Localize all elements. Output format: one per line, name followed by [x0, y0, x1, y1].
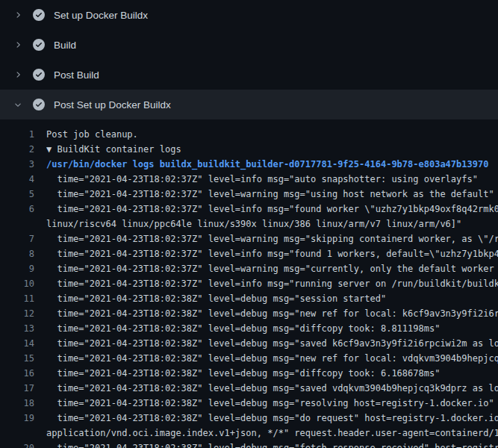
log-line-text: Post job cleanup.	[46, 127, 498, 142]
log-line-text: time="2021-04-23T18:02:38Z" level=debug …	[46, 351, 498, 366]
log-line-number[interactable]: 5	[0, 187, 46, 202]
success-check-icon	[33, 39, 45, 51]
log-line-number[interactable]: 9	[0, 261, 46, 276]
log-line: 8 time="2021-04-23T18:02:37Z" level=info…	[0, 246, 498, 261]
log-line-text: time="2021-04-23T18:02:38Z" level=debug …	[46, 291, 498, 306]
actions-log-viewer: Set up Docker Buildx Build Post Build	[0, 0, 498, 448]
log-line-text: time="2021-04-23T18:02:37Z" level=warnin…	[46, 261, 498, 276]
log-line-text: time="2021-04-23T18:02:38Z" level=debug …	[46, 321, 498, 336]
log-line-number[interactable]: 7	[0, 231, 46, 246]
log-line-number[interactable]: 6	[0, 202, 46, 217]
log-line-text: time="2021-04-23T18:02:37Z" level=info m…	[46, 276, 498, 291]
log-line-text: time="2021-04-23T18:02:37Z" level=info m…	[46, 202, 498, 217]
log-line-text: time="2021-04-23T18:02:37Z" level=info m…	[46, 172, 498, 187]
log-line-text: time="2021-04-23T18:02:38Z" level=debug …	[46, 336, 498, 351]
log-line-text: time="2021-04-23T18:02:38Z" level=debug …	[46, 366, 498, 381]
log-line-number[interactable]: 10	[0, 276, 46, 291]
success-check-icon	[33, 69, 45, 81]
log-line: 6 time="2021-04-23T18:02:37Z" level=info…	[0, 202, 498, 217]
log-line: 14 time="2021-04-23T18:02:38Z" level=deb…	[0, 336, 498, 351]
log-line-text: application/vnd.oci.image.index.v1+json,…	[46, 426, 498, 441]
log-line-number[interactable]: 8	[0, 246, 46, 261]
log-line-number[interactable]: 18	[0, 396, 46, 411]
log-line-text: time="2021-04-23T18:02:38Z" level=debug …	[46, 441, 498, 448]
log-line-text: time="2021-04-23T18:02:38Z" level=debug …	[46, 381, 498, 396]
chevron-right-icon	[12, 9, 24, 21]
log-line-number[interactable]: 13	[0, 321, 46, 336]
log-output: 1 Post job cleanup. 2 ▼ BuildKit contain…	[0, 119, 498, 448]
log-line: application/vnd.oci.image.index.v1+json,…	[0, 426, 498, 441]
log-line-number[interactable]: 11	[0, 291, 46, 306]
log-line-number[interactable]: 14	[0, 336, 46, 351]
log-line: 9 time="2021-04-23T18:02:37Z" level=warn…	[0, 261, 498, 276]
log-line-number-empty	[0, 217, 46, 231]
log-line: 20 time="2021-04-23T18:02:38Z" level=deb…	[0, 441, 498, 448]
step-section-header-build[interactable]: Build	[0, 30, 498, 60]
log-line-text: linux/riscv64 linux/ppc64le linux/s390x …	[46, 217, 498, 231]
step-section-header-setup-docker-buildx[interactable]: Set up Docker Buildx	[0, 0, 498, 30]
log-line: 5 time="2021-04-23T18:02:37Z" level=warn…	[0, 187, 498, 202]
log-line: linux/riscv64 linux/ppc64le linux/s390x …	[0, 217, 498, 231]
log-line-number[interactable]: 15	[0, 351, 46, 366]
log-line-text: /usr/bin/docker logs buildx_buildkit_bui…	[46, 157, 498, 172]
step-section-title: Post Build	[54, 69, 99, 81]
log-line: 1 Post job cleanup.	[0, 127, 498, 142]
log-line-text: time="2021-04-23T18:02:38Z" level=debug …	[46, 411, 498, 426]
log-line-number[interactable]: 20	[0, 441, 46, 448]
step-section-title: Set up Docker Buildx	[54, 10, 148, 21]
log-line: 12 time="2021-04-23T18:02:38Z" level=deb…	[0, 306, 498, 321]
log-line-text: time="2021-04-23T18:02:37Z" level=warnin…	[46, 231, 498, 246]
log-line: 11 time="2021-04-23T18:02:38Z" level=deb…	[0, 291, 498, 306]
log-line-number-empty	[0, 426, 46, 441]
success-check-icon	[33, 99, 45, 111]
log-line-number[interactable]: 17	[0, 381, 46, 396]
log-line: 18 time="2021-04-23T18:02:38Z" level=deb…	[0, 396, 498, 411]
log-line: 13 time="2021-04-23T18:02:38Z" level=deb…	[0, 321, 498, 336]
log-line-number[interactable]: 3	[0, 157, 46, 172]
step-sections: Set up Docker Buildx Build Post Build	[0, 0, 498, 119]
log-line-number[interactable]: 16	[0, 366, 46, 381]
log-line: 16 time="2021-04-23T18:02:38Z" level=deb…	[0, 366, 498, 381]
success-check-icon	[33, 9, 45, 21]
chevron-right-icon	[12, 39, 24, 51]
chevron-right-icon	[12, 69, 24, 81]
log-line: 15 time="2021-04-23T18:02:38Z" level=deb…	[0, 351, 498, 366]
step-section-title: Build	[54, 40, 76, 51]
step-section-header-post-setup-docker-buildx[interactable]: Post Set up Docker Buildx	[0, 90, 498, 119]
log-line-text: time="2021-04-23T18:02:38Z" level=debug …	[46, 396, 498, 411]
log-group-toggle[interactable]: ▼ BuildKit container logs	[46, 142, 498, 157]
log-line-number[interactable]: 2	[0, 142, 46, 157]
log-line-number[interactable]: 12	[0, 306, 46, 321]
log-line-text: time="2021-04-23T18:02:37Z" level=warnin…	[46, 187, 498, 202]
log-line: 19 time="2021-04-23T18:02:38Z" level=deb…	[0, 411, 498, 426]
log-line: 7 time="2021-04-23T18:02:37Z" level=warn…	[0, 231, 498, 246]
log-line-number[interactable]: 19	[0, 411, 46, 426]
log-line: 17 time="2021-04-23T18:02:38Z" level=deb…	[0, 381, 498, 396]
log-line: 4 time="2021-04-23T18:02:37Z" level=info…	[0, 172, 498, 187]
chevron-down-icon	[12, 99, 24, 111]
log-line-text: time="2021-04-23T18:02:37Z" level=info m…	[46, 246, 498, 261]
step-section-title: Post Set up Docker Buildx	[54, 99, 171, 111]
log-line: 10 time="2021-04-23T18:02:37Z" level=inf…	[0, 276, 498, 291]
log-line-text: time="2021-04-23T18:02:38Z" level=debug …	[46, 306, 498, 321]
log-line-number[interactable]: 1	[0, 127, 46, 142]
log-line-number[interactable]: 4	[0, 172, 46, 187]
step-section-header-post-build[interactable]: Post Build	[0, 60, 498, 90]
log-line: 2 ▼ BuildKit container logs	[0, 142, 498, 157]
log-line: 3 /usr/bin/docker logs buildx_buildkit_b…	[0, 157, 498, 172]
